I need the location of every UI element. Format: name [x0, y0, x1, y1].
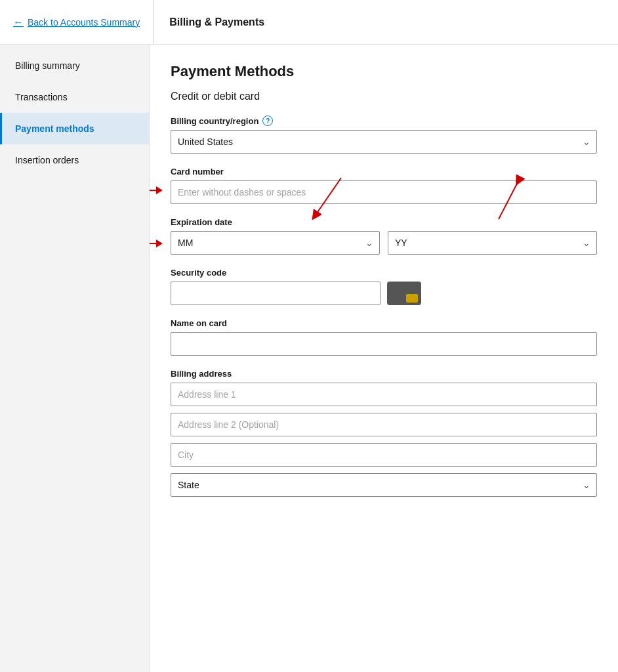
card-icon — [387, 282, 421, 305]
security-row — [171, 282, 597, 305]
sidebar: Billing summary Transactions Payment met… — [0, 45, 150, 672]
layout: Billing summary Transactions Payment met… — [0, 45, 618, 672]
name-on-card-group: Name on card — [171, 318, 597, 356]
sidebar-item-label: Billing summary — [15, 60, 80, 71]
security-code-label: Security code — [171, 268, 597, 278]
sidebar-item-payment-methods[interactable]: Payment methods — [0, 113, 149, 144]
billing-country-label: Billing country/region ? — [171, 116, 597, 126]
expiry-row: MM 0102 0304 0506 0708 0910 1112 ⌄ YY 24… — [171, 231, 597, 255]
arrow-line — [150, 190, 156, 191]
sidebar-item-billing-summary[interactable]: Billing summary — [0, 50, 149, 81]
address-line2-input[interactable] — [171, 413, 597, 436]
arrow-line — [150, 243, 156, 244]
back-arrow-icon: ← — [13, 16, 24, 28]
state-select-wrapper: State ⌄ — [171, 473, 597, 497]
expiration-label: Expiration date — [171, 217, 597, 227]
year-select[interactable]: YY 2425 2627 2829 30 — [388, 231, 597, 255]
arrow-expiry — [150, 240, 163, 247]
name-on-card-input[interactable] — [171, 332, 597, 356]
page-title: Payment Methods — [171, 63, 597, 80]
name-on-card-label: Name on card — [171, 318, 597, 328]
arrow-head — [156, 240, 163, 247]
card-number-input[interactable] — [171, 180, 597, 204]
card-number-group: Card number — [171, 167, 597, 204]
main-content: Payment Methods Credit or debit card Bil… — [150, 45, 618, 672]
city-input[interactable] — [171, 443, 597, 467]
billing-country-select[interactable]: United States — [171, 130, 597, 154]
expiration-group: Expiration date — [171, 217, 597, 255]
page-header-title: Billing & Payments — [154, 16, 264, 28]
back-link[interactable]: ← Back to Accounts Summary — [0, 0, 154, 44]
sidebar-item-transactions[interactable]: Transactions — [0, 81, 149, 113]
month-select-wrapper: MM 0102 0304 0506 0708 0910 1112 ⌄ — [171, 231, 380, 255]
card-chip — [406, 294, 418, 303]
card-number-label: Card number — [171, 167, 597, 177]
sidebar-item-label: Payment methods — [15, 123, 94, 134]
state-select[interactable]: State — [171, 473, 597, 497]
sidebar-item-label: Transactions — [15, 92, 68, 102]
year-select-wrapper: YY 2425 2627 2829 30 ⌄ — [388, 231, 597, 255]
header: ← Back to Accounts Summary Billing & Pay… — [0, 0, 618, 45]
arrow-card-number — [150, 186, 163, 194]
billing-country-group: Billing country/region ? United States ⌄ — [171, 116, 597, 154]
security-code-input[interactable] — [171, 282, 381, 305]
back-link-label: Back to Accounts Summary — [28, 17, 140, 28]
section-subtitle: Credit or debit card — [171, 91, 597, 102]
arrow-head — [156, 186, 163, 194]
sidebar-item-label: Insertion orders — [15, 155, 79, 165]
help-icon[interactable]: ? — [262, 116, 273, 126]
billing-address-group: Billing address State ⌄ — [171, 369, 597, 497]
billing-country-select-wrapper: United States ⌄ — [171, 130, 597, 154]
sidebar-item-insertion-orders[interactable]: Insertion orders — [0, 144, 149, 176]
security-code-group: Security code — [171, 268, 597, 305]
billing-address-label: Billing address — [171, 369, 597, 379]
address-line1-input[interactable] — [171, 383, 597, 406]
month-select[interactable]: MM 0102 0304 0506 0708 0910 1112 — [171, 231, 380, 255]
security-input-wrapper — [171, 282, 381, 305]
